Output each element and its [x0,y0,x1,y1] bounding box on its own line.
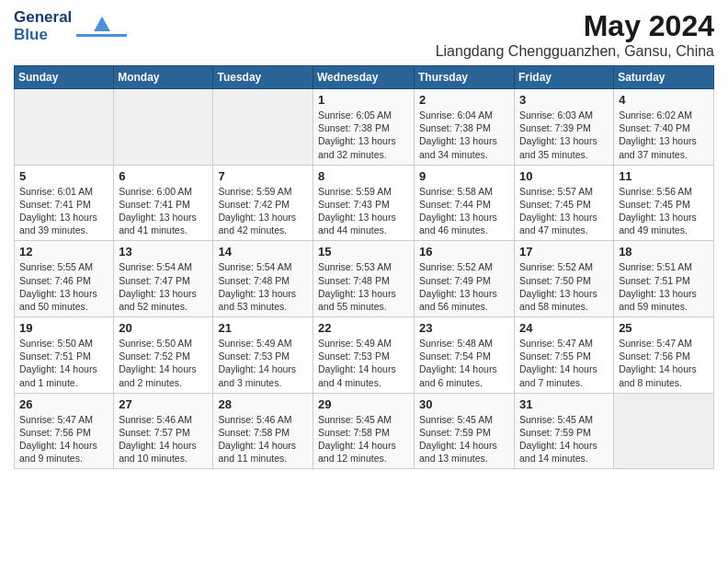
calendar-cell: 30Sunrise: 5:45 AMSunset: 7:59 PMDayligh… [415,393,515,469]
day-number: 14 [218,245,308,259]
day-info: Sunrise: 6:04 AMSunset: 7:38 PMDaylight:… [419,109,509,161]
calendar-cell: 24Sunrise: 5:47 AMSunset: 7:55 PMDayligh… [515,317,614,394]
calendar-cell: 18Sunrise: 5:51 AMSunset: 7:51 PMDayligh… [614,241,714,317]
day-info: Sunrise: 5:49 AMSunset: 7:53 PMDaylight:… [218,337,308,389]
calendar-cell: 20Sunrise: 5:50 AMSunset: 7:52 PMDayligh… [114,317,213,394]
day-number: 4 [619,93,709,107]
calendar-cell: 16Sunrise: 5:52 AMSunset: 7:49 PMDayligh… [415,241,515,317]
calendar-cell: 6Sunrise: 6:00 AMSunset: 7:41 PMDaylight… [114,165,213,241]
day-info: Sunrise: 6:00 AMSunset: 7:41 PMDaylight:… [119,185,208,237]
day-number: 5 [19,169,108,183]
day-info: Sunrise: 6:01 AMSunset: 7:41 PMDaylight:… [19,185,108,237]
weekday-header: Sunday [15,66,114,89]
day-number: 27 [119,397,208,411]
logo-general: General [14,9,72,27]
day-number: 20 [119,321,208,335]
day-info: Sunrise: 5:49 AMSunset: 7:53 PMDaylight:… [318,337,409,389]
day-info: Sunrise: 5:46 AMSunset: 7:57 PMDaylight:… [119,413,208,465]
calendar-cell: 23Sunrise: 5:48 AMSunset: 7:54 PMDayligh… [415,317,515,394]
day-number: 21 [218,321,308,335]
title-block: May 2024 Liangdang Chengguanzhen, Gansu,… [436,9,714,60]
day-info: Sunrise: 5:47 AMSunset: 7:56 PMDaylight:… [19,413,108,465]
calendar-week-row: 1Sunrise: 6:05 AMSunset: 7:38 PMDaylight… [15,89,714,166]
day-number: 9 [419,169,509,183]
day-info: Sunrise: 5:52 AMSunset: 7:50 PMDaylight:… [519,260,609,313]
calendar-cell [15,89,114,166]
day-info: Sunrise: 5:53 AMSunset: 7:48 PMDaylight:… [318,260,409,313]
calendar-header-row: SundayMondayTuesdayWednesdayThursdayFrid… [15,66,714,89]
weekday-header: Friday [515,66,614,89]
day-number: 19 [19,321,108,335]
day-number: 17 [519,245,609,259]
calendar-cell: 12Sunrise: 5:55 AMSunset: 7:46 PMDayligh… [15,241,114,317]
day-number: 16 [419,245,509,259]
calendar-cell: 10Sunrise: 5:57 AMSunset: 7:45 PMDayligh… [515,165,614,241]
calendar-cell: 29Sunrise: 5:45 AMSunset: 7:58 PMDayligh… [313,393,415,469]
day-number: 26 [19,397,108,411]
day-number: 18 [619,245,709,259]
day-info: Sunrise: 6:05 AMSunset: 7:38 PMDaylight:… [318,109,409,161]
day-info: Sunrise: 5:59 AMSunset: 7:43 PMDaylight:… [318,185,409,237]
day-number: 8 [318,169,409,183]
day-number: 7 [218,169,308,183]
day-info: Sunrise: 5:46 AMSunset: 7:58 PMDaylight:… [218,413,308,465]
calendar-cell: 11Sunrise: 5:56 AMSunset: 7:45 PMDayligh… [614,165,714,241]
day-number: 29 [318,397,409,411]
calendar-cell [114,89,213,166]
day-number: 3 [519,93,609,107]
calendar-cell: 2Sunrise: 6:04 AMSunset: 7:38 PMDaylight… [415,89,515,166]
page-title: May 2024 [436,9,714,43]
day-number: 12 [19,245,108,259]
day-number: 1 [318,93,409,107]
calendar-cell: 26Sunrise: 5:47 AMSunset: 7:56 PMDayligh… [15,393,114,469]
day-number: 22 [318,321,409,335]
calendar-cell [614,393,714,469]
page-subtitle: Liangdang Chengguanzhen, Gansu, China [436,43,714,60]
logo-triangle-icon [94,17,110,31]
calendar-cell: 22Sunrise: 5:49 AMSunset: 7:53 PMDayligh… [313,317,415,394]
page-container: General Blue May 2024 Liangdang Chenggua… [0,0,728,478]
calendar-cell: 4Sunrise: 6:02 AMSunset: 7:40 PMDaylight… [614,89,714,166]
logo-blue: Blue [14,27,72,44]
calendar-week-row: 26Sunrise: 5:47 AMSunset: 7:56 PMDayligh… [15,393,714,469]
day-info: Sunrise: 5:45 AMSunset: 7:59 PMDaylight:… [519,413,609,465]
calendar-cell: 17Sunrise: 5:52 AMSunset: 7:50 PMDayligh… [515,241,614,317]
day-info: Sunrise: 5:45 AMSunset: 7:58 PMDaylight:… [318,413,409,465]
day-number: 11 [619,169,709,183]
calendar-cell: 14Sunrise: 5:54 AMSunset: 7:48 PMDayligh… [213,241,313,317]
weekday-header: Saturday [614,66,714,89]
weekday-header: Wednesday [313,66,415,89]
calendar-week-row: 5Sunrise: 6:01 AMSunset: 7:41 PMDaylight… [15,165,714,241]
day-info: Sunrise: 5:54 AMSunset: 7:47 PMDaylight:… [119,260,208,313]
day-info: Sunrise: 5:56 AMSunset: 7:45 PMDaylight:… [619,185,709,237]
weekday-header: Thursday [415,66,515,89]
calendar-cell: 3Sunrise: 6:03 AMSunset: 7:39 PMDaylight… [515,89,614,166]
day-info: Sunrise: 5:51 AMSunset: 7:51 PMDaylight:… [619,260,709,313]
calendar-cell: 8Sunrise: 5:59 AMSunset: 7:43 PMDaylight… [313,165,415,241]
day-info: Sunrise: 5:50 AMSunset: 7:52 PMDaylight:… [119,337,208,389]
day-info: Sunrise: 5:55 AMSunset: 7:46 PMDaylight:… [19,260,108,313]
calendar-cell: 19Sunrise: 5:50 AMSunset: 7:51 PMDayligh… [15,317,114,394]
day-number: 30 [419,397,509,411]
day-info: Sunrise: 5:50 AMSunset: 7:51 PMDaylight:… [19,337,108,389]
calendar-cell [213,89,313,166]
day-info: Sunrise: 5:58 AMSunset: 7:44 PMDaylight:… [419,185,509,237]
calendar-week-row: 12Sunrise: 5:55 AMSunset: 7:46 PMDayligh… [15,241,714,317]
day-info: Sunrise: 5:47 AMSunset: 7:56 PMDaylight:… [619,337,709,389]
day-number: 23 [419,321,509,335]
calendar-cell: 1Sunrise: 6:05 AMSunset: 7:38 PMDaylight… [313,89,415,166]
calendar-cell: 7Sunrise: 5:59 AMSunset: 7:42 PMDaylight… [213,165,313,241]
calendar-cell: 13Sunrise: 5:54 AMSunset: 7:47 PMDayligh… [114,241,213,317]
calendar-cell: 9Sunrise: 5:58 AMSunset: 7:44 PMDaylight… [415,165,515,241]
calendar-cell: 15Sunrise: 5:53 AMSunset: 7:48 PMDayligh… [313,241,415,317]
day-number: 24 [519,321,609,335]
day-info: Sunrise: 6:03 AMSunset: 7:39 PMDaylight:… [519,109,609,161]
logo: General Blue [14,9,127,43]
calendar-cell: 21Sunrise: 5:49 AMSunset: 7:53 PMDayligh… [213,317,313,394]
calendar-cell: 25Sunrise: 5:47 AMSunset: 7:56 PMDayligh… [614,317,714,394]
day-number: 6 [119,169,208,183]
day-number: 2 [419,93,509,107]
day-number: 28 [218,397,308,411]
day-info: Sunrise: 5:52 AMSunset: 7:49 PMDaylight:… [419,260,509,313]
day-info: Sunrise: 6:02 AMSunset: 7:40 PMDaylight:… [619,109,709,161]
